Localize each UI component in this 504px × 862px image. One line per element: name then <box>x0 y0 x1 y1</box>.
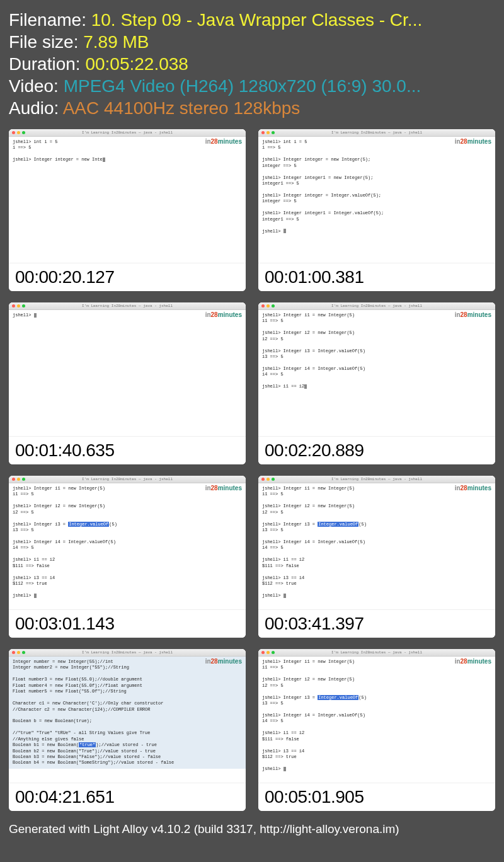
filesize-label: File size: <box>9 32 78 52</box>
metadata-block: Filename: 10. Step 09 - Java Wrapper Cla… <box>9 9 495 119</box>
thumbnail-timestamp: 00:00:20.127 <box>9 263 246 291</box>
close-dot-icon <box>12 651 15 654</box>
maximize-dot-icon <box>272 478 275 481</box>
thumbnail-screenshot: I'm Learning In28minutes — java - jshell… <box>258 649 495 783</box>
thumbnail-timestamp: 00:04:21.651 <box>9 783 246 811</box>
cursor-icon <box>304 384 307 389</box>
close-dot-icon <box>261 651 265 654</box>
close-dot-icon <box>12 304 15 307</box>
timestamp-value: 00:02:20.889 <box>265 440 364 460</box>
filesize-row: File size: 7.89 MB <box>9 31 495 53</box>
maximize-dot-icon <box>22 651 25 654</box>
window-titlebar: I'm Learning In28minutes — java - jshell <box>258 476 495 483</box>
thumbnail-card: I'm Learning In28minutes — java - jshell… <box>258 649 495 811</box>
timestamp-value: 00:01:40.635 <box>15 440 115 460</box>
thumbnail-screenshot: I'm Learning In28minutes — java - jshell… <box>258 302 495 436</box>
thumbnail-screenshot: I'm Learning In28minutes — java - jshell… <box>9 649 246 783</box>
window-titlebar: I'm Learning In28minutes — java - jshell <box>9 476 246 483</box>
minimize-dot-icon <box>266 478 270 481</box>
cursor-icon <box>284 594 286 598</box>
brand-logo: in28minutes <box>455 138 491 145</box>
window-titlebar: I'm Learning In28minutes — java - jshell <box>258 129 495 137</box>
cursor-icon <box>284 229 286 233</box>
minimize-dot-icon <box>17 131 20 134</box>
duration-row: Duration: 00:05:22.038 <box>9 53 495 75</box>
timestamp-value: 00:01:00.381 <box>265 267 364 287</box>
video-value: MPEG4 Video (H264) 1280x720 (16:9) 30.0.… <box>64 76 421 96</box>
thumbnail-screenshot: I'm Learning In28minutes — java - jshell… <box>9 302 246 436</box>
thumbnail-card: I'm Learning In28minutes — java - jshell… <box>258 476 495 638</box>
thumbnail-screenshot: I'm Learning In28minutes — java - jshell… <box>9 476 246 609</box>
thumbnail-timestamp: 00:03:41.397 <box>258 609 495 638</box>
thumbnail-card: I'm Learning In28minutes — java - jshell… <box>258 302 495 464</box>
close-dot-icon <box>261 478 265 481</box>
brand-logo: in28minutes <box>205 311 242 318</box>
brand-logo: in28minutes <box>455 485 491 491</box>
window-title: I'm Learning In28minutes — java - jshell <box>82 477 173 481</box>
timestamp-value: 00:00:20.127 <box>15 267 115 287</box>
thumbnail-card: I'm Learning In28minutes — java - jshell… <box>258 129 495 291</box>
timestamp-value: 00:04:21.651 <box>15 787 115 807</box>
window-title: I'm Learning In28minutes — java - jshell <box>82 650 173 655</box>
thumbnail-screenshot: I'm Learning In28minutes — java - jshell… <box>258 476 495 609</box>
window-titlebar: I'm Learning In28minutes — java - jshell <box>9 302 246 310</box>
filesize-value: 7.89 MB <box>83 32 149 52</box>
minimize-dot-icon <box>17 304 20 307</box>
window-title: I'm Learning In28minutes — java - jshell <box>331 130 422 135</box>
filename-value: 10. Step 09 - Java Wrapper Classes - Cr.… <box>91 10 422 30</box>
thumbnail-card: I'm Learning In28minutes — java - jshell… <box>9 649 246 811</box>
brand-logo: in28minutes <box>205 138 242 145</box>
cursor-icon <box>103 158 105 162</box>
thumbnail-card: I'm Learning In28minutes — java - jshell… <box>9 302 246 464</box>
close-dot-icon <box>12 478 15 481</box>
timestamp-value: 00:03:01.143 <box>15 614 115 633</box>
window-title: I'm Learning In28minutes — java - jshell <box>82 304 173 308</box>
thumbnail-timestamp: 00:05:01.905 <box>258 783 495 811</box>
duration-label: Duration: <box>9 54 81 74</box>
code-content: jshell> Integer i1 = new Integer(5) i1 =… <box>9 483 246 601</box>
maximize-dot-icon <box>22 131 25 134</box>
thumbnail-card: I'm Learning In28minutes — java - jshell… <box>9 129 246 291</box>
minimize-dot-icon <box>266 651 270 654</box>
thumbnail-timestamp: 00:01:40.635 <box>9 436 246 464</box>
cursor-icon <box>34 594 37 598</box>
audio-value: AAC 44100Hz stereo 128kbps <box>63 98 301 118</box>
filename-label: Filename: <box>9 10 86 30</box>
brand-logo: in28minutes <box>205 658 242 665</box>
duration-value: 00:05:22.038 <box>85 54 188 74</box>
code-content: Integer number = new Integer(55);//int I… <box>9 657 246 769</box>
thumbnail-timestamp: 00:01:00.381 <box>258 263 495 291</box>
window-title: I'm Learning In28minutes — java - jshell <box>331 650 422 655</box>
video-row: Video: MPEG4 Video (H264) 1280x720 (16:9… <box>9 75 495 97</box>
brand-logo: in28minutes <box>455 658 491 665</box>
code-content: jshell> Integer i1 = new Integer(5) i1 =… <box>258 483 495 601</box>
maximize-dot-icon <box>272 651 275 654</box>
close-dot-icon <box>12 131 15 134</box>
thumbnail-timestamp: 00:02:20.889 <box>258 436 495 464</box>
timestamp-value: 00:03:41.397 <box>265 614 364 633</box>
maximize-dot-icon <box>22 304 25 307</box>
thumbnail-screenshot: I'm Learning In28minutes — java - jshell… <box>258 129 495 263</box>
cursor-icon <box>284 767 286 771</box>
window-title: I'm Learning In28minutes — java - jshell <box>82 130 173 135</box>
filename-row: Filename: 10. Step 09 - Java Wrapper Cla… <box>9 9 495 31</box>
window-titlebar: I'm Learning In28minutes — java - jshell <box>9 649 246 657</box>
code-content: jshell> Integer i1 = new Integer(5) i1 =… <box>258 657 495 774</box>
minimize-dot-icon <box>17 478 20 481</box>
window-titlebar: I'm Learning In28minutes — java - jshell <box>258 302 495 310</box>
brand-logo: in28minutes <box>205 485 242 491</box>
maximize-dot-icon <box>22 478 25 481</box>
thumbnail-timestamp: 00:03:01.143 <box>9 609 246 638</box>
code-content: jshell> Integer i1 = new Integer(5) i1 =… <box>258 310 495 393</box>
audio-label: Audio: <box>9 98 59 118</box>
cursor-icon <box>34 313 37 318</box>
timestamp-value: 00:05:01.905 <box>265 787 364 807</box>
code-content: jshell> int i = 5 i ==> 5 jshell> Intege… <box>258 137 495 237</box>
thumbnail-grid: I'm Learning In28minutes — java - jshell… <box>9 129 495 811</box>
minimize-dot-icon <box>266 131 270 134</box>
window-title: I'm Learning In28minutes — java - jshell <box>331 304 422 308</box>
window-title: I'm Learning In28minutes — java - jshell <box>331 477 422 481</box>
brand-logo: in28minutes <box>455 311 491 318</box>
thumbnail-screenshot: I'm Learning In28minutes — java - jshell… <box>9 129 246 263</box>
audio-row: Audio: AAC 44100Hz stereo 128kbps <box>9 97 495 119</box>
